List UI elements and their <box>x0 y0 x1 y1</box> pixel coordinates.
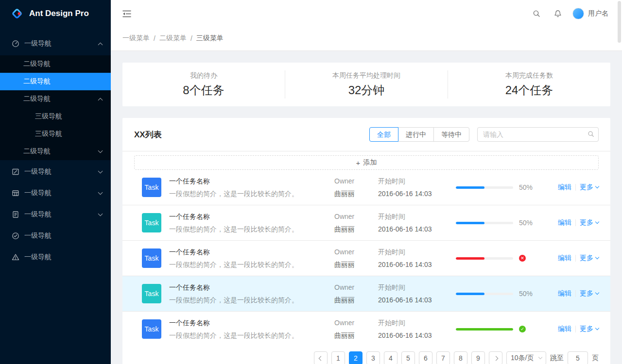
sidebar-item-level3-1[interactable]: 三级导航 <box>0 108 111 125</box>
task-actions: 编辑 更多 <box>558 183 599 192</box>
check-circle-icon <box>519 326 526 332</box>
menu-fold-icon[interactable] <box>111 0 143 27</box>
app-title: Ant Design Pro <box>29 9 89 18</box>
sidebar-item-level1-dashboard[interactable]: 一级导航 <box>0 34 111 53</box>
breadcrumb-item-1[interactable]: 一级菜单 <box>122 34 150 43</box>
task-main: 一个任务名称 一段假想的简介，这是一段比较长的简介。 <box>169 211 334 234</box>
logo[interactable]: Ant Design Pro <box>0 0 111 27</box>
plus-icon: + <box>356 159 361 167</box>
sidebar-item-level2-3[interactable]: 二级导航 <box>0 90 111 108</box>
more-link[interactable]: 更多 <box>580 218 599 227</box>
task-row[interactable]: Task 一个任务名称 一段假想的简介，这是一段比较长的简介。 Owner 曲丽… <box>122 241 610 276</box>
task-title[interactable]: 一个任务名称 <box>169 247 334 257</box>
pagination-prev-button[interactable] <box>314 351 328 364</box>
search-icon[interactable] <box>528 5 545 22</box>
sidebar-item-level2-1[interactable]: 二级导航 <box>0 55 111 73</box>
sidebar-item-level3-2[interactable]: 三级导航 <box>0 125 111 143</box>
bell-icon[interactable] <box>549 5 567 22</box>
task-title[interactable]: 一个任务名称 <box>169 317 334 328</box>
owner-column: Owner 曲丽丽 <box>334 247 378 270</box>
pagination-page-9[interactable]: 9 <box>471 351 485 364</box>
edit-link[interactable]: 编辑 <box>558 254 571 263</box>
owner-value: 曲丽丽 <box>334 295 378 305</box>
edit-link[interactable]: 编辑 <box>558 325 571 333</box>
sidebar-item-level1-exception[interactable]: 一级导航 <box>0 248 111 267</box>
task-actions: 编辑 更多 <box>558 325 599 333</box>
add-task-button[interactable]: + 添加 <box>134 155 599 170</box>
progress-fill <box>456 222 484 224</box>
task-list-card: XX列表 全部 进行中 等待中 <box>122 118 610 364</box>
progress-fill <box>456 328 513 331</box>
edit-link[interactable]: 编辑 <box>558 183 571 192</box>
app-root: Ant Design Pro 一级导航 二级导航 二级导航 二级导航 <box>0 0 622 364</box>
sidebar-item-level2-4[interactable]: 二级导航 <box>0 143 111 160</box>
chevron-down-icon <box>98 190 103 195</box>
sidebar-item-level1-result[interactable]: 一级导航 <box>0 226 111 246</box>
task-row-hovered[interactable]: Task 一个任务名称 一段假想的简介，这是一段比较长的简介。 Owner 曲丽… <box>122 276 610 312</box>
user-avatar <box>572 8 584 19</box>
chevron-down-icon <box>595 184 599 188</box>
chevron-down-icon <box>595 291 599 295</box>
search-input[interactable] <box>477 127 599 142</box>
edit-link[interactable]: 编辑 <box>558 218 571 227</box>
pagination-page-2-current[interactable]: 2 <box>349 351 363 364</box>
more-link[interactable]: 更多 <box>580 183 599 192</box>
owner-value: 曲丽丽 <box>334 188 378 199</box>
task-row[interactable]: Task 一个任务名称 一段假想的简介，这是一段比较长的简介。 Owner 曲丽… <box>122 205 610 241</box>
task-progress <box>456 326 548 332</box>
task-row[interactable]: Task 一个任务名称 一段假想的简介，这是一段比较长的简介。 Owner 曲丽… <box>122 312 610 347</box>
search-icon[interactable] <box>587 131 594 139</box>
pagination-page-8[interactable]: 8 <box>454 351 467 364</box>
filter-all[interactable]: 全部 <box>369 127 398 142</box>
start-time-column: 开始时间 2016-06-16 14:03 <box>378 247 456 270</box>
scrollbar-thumb[interactable] <box>618 1 621 43</box>
chevron-up-icon <box>98 42 103 47</box>
pagination-next-button[interactable] <box>489 351 502 364</box>
task-title[interactable]: 一个任务名称 <box>169 176 334 186</box>
task-progress: 50% <box>456 183 548 191</box>
more-link[interactable]: 更多 <box>580 289 599 298</box>
more-link[interactable]: 更多 <box>580 254 599 263</box>
pagination-page-1[interactable]: 1 <box>331 351 345 364</box>
chevron-down-icon <box>98 148 103 153</box>
pagination-page-4[interactable]: 4 <box>384 351 397 364</box>
pagination-page-3[interactable]: 3 <box>366 351 380 364</box>
filter-in-progress[interactable]: 进行中 <box>398 127 434 142</box>
task-description: 一段假想的简介，这是一段比较长的简介。 <box>169 224 334 234</box>
edit-link[interactable]: 编辑 <box>558 289 571 298</box>
action-divider <box>575 219 576 226</box>
start-time-value: 2016-06-16 14:03 <box>378 330 456 341</box>
breadcrumb: 一级菜单 / 二级菜单 / 三级菜单 <box>111 27 622 51</box>
owner-column: Owner 曲丽丽 <box>334 211 378 234</box>
task-row[interactable]: Task 一个任务名称 一段假想的简介，这是一段比较长的简介。 Owner 曲丽… <box>122 170 610 205</box>
chevron-up-icon <box>98 98 103 102</box>
pagination-page-7[interactable]: 7 <box>436 351 450 364</box>
start-time-label: 开始时间 <box>378 282 456 293</box>
jump-to-input[interactable] <box>568 351 588 364</box>
more-link[interactable]: 更多 <box>580 325 599 333</box>
user-account[interactable]: 用户名 <box>570 8 610 19</box>
search-box <box>477 127 599 142</box>
filter-waiting[interactable]: 等待中 <box>433 127 469 142</box>
breadcrumb-separator: / <box>190 34 192 42</box>
task-title[interactable]: 一个任务名称 <box>169 211 334 222</box>
sidebar-item-level1-table[interactable]: 一级导航 <box>0 183 111 203</box>
progress-percent: 50% <box>519 290 533 298</box>
task-title[interactable]: 一个任务名称 <box>169 282 334 293</box>
chevron-down-icon <box>595 255 599 259</box>
card-title: XX列表 <box>134 129 162 140</box>
filter-radio-group: 全部 进行中 等待中 <box>369 127 469 142</box>
pagination-page-6[interactable]: 6 <box>419 351 432 364</box>
sidebar: Ant Design Pro 一级导航 二级导航 二级导航 二级导航 <box>0 0 111 364</box>
owner-column: Owner 曲丽丽 <box>334 176 378 199</box>
sidebar-item-level1-form[interactable]: 一级导航 <box>0 162 111 182</box>
breadcrumb-item-2[interactable]: 二级菜单 <box>159 34 187 43</box>
sidebar-item-level1-profile[interactable]: 一级导航 <box>0 205 111 224</box>
stat-completed: 本周完成任务数 24个任务 <box>448 70 610 99</box>
jump-to-label: 跳至 <box>550 354 564 363</box>
sidebar-item-level2-2-selected[interactable]: 二级导航 <box>0 73 111 90</box>
page-size-select[interactable]: 10条/页 <box>506 351 546 364</box>
warning-icon <box>12 253 19 261</box>
sidebar-submenu: 二级导航 二级导航 二级导航 三级导航 三级导航 二级导航 <box>0 55 111 160</box>
pagination-page-5[interactable]: 5 <box>401 351 415 364</box>
